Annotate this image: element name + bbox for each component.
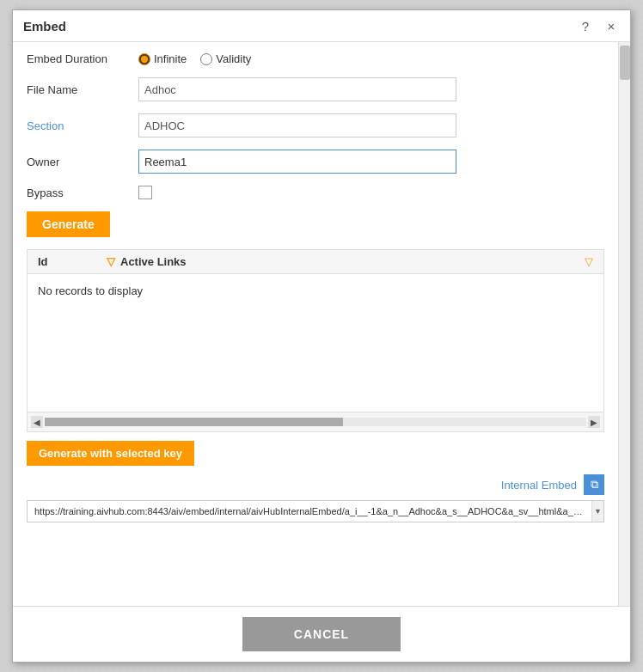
file-name-label: File Name [27, 83, 138, 96]
internal-embed-row: Internal Embed ⧉ [27, 474, 604, 495]
internal-embed-label: Internal Embed [501, 479, 577, 492]
active-links-table: Id ▽ Active Links ▽ No records to displa… [27, 249, 604, 432]
embed-duration-radio-group: Infinite Validity [138, 52, 251, 65]
validity-radio-item[interactable]: Validity [200, 52, 251, 65]
copy-embed-button[interactable]: ⧉ [584, 474, 604, 495]
table-footer: ◀ ▶ [28, 412, 603, 431]
validity-radio-label: Validity [216, 52, 251, 65]
close-icon[interactable]: × [603, 17, 620, 34]
dialog-header: Embed ? × [13, 10, 630, 42]
owner-row: Owner [27, 150, 604, 174]
generate-selected-button[interactable]: Generate with selected key [27, 441, 194, 466]
table-header: Id ▽ Active Links ▽ [28, 250, 603, 274]
validity-radio[interactable] [200, 53, 212, 65]
section-input[interactable] [138, 113, 456, 137]
table-filter-icon-right[interactable]: ▽ [585, 255, 593, 268]
url-scroll[interactable]: ▼ [591, 501, 603, 522]
cancel-button[interactable]: CANCEL [242, 617, 401, 651]
file-name-row: File Name [27, 77, 604, 101]
bypass-checkbox[interactable] [138, 186, 152, 199]
dialog-title: Embed [23, 19, 66, 34]
bypass-row: Bypass [27, 186, 604, 199]
dialog-body: Embed Duration Infinite Validity File Na… [13, 42, 630, 606]
table-body: No records to display [28, 274, 603, 412]
dialog-scrollbar-track[interactable] [618, 42, 630, 606]
bypass-label: Bypass [27, 186, 138, 199]
dialog-footer: CANCEL [13, 606, 630, 662]
scroll-track[interactable] [45, 418, 586, 426]
embed-duration-label: Embed Duration [27, 52, 138, 65]
generate-button[interactable]: Generate [27, 211, 110, 237]
header-icons: ? × [577, 17, 620, 34]
no-records-text: No records to display [38, 284, 143, 297]
section-label: Section [27, 119, 138, 132]
owner-input[interactable] [138, 150, 456, 174]
embed-duration-row: Embed Duration Infinite Validity [27, 52, 604, 65]
infinite-radio[interactable] [138, 53, 150, 65]
col-links-label: Active Links [120, 255, 187, 268]
filter-icon[interactable]: ▽ [107, 255, 115, 268]
scroll-bar [45, 418, 343, 426]
infinite-radio-label: Infinite [154, 52, 187, 65]
scroll-right-button[interactable]: ▶ [588, 416, 600, 428]
col-links-header: ▽ Active Links [107, 255, 585, 268]
section-row: Section [27, 113, 604, 137]
col-id-header: Id [38, 255, 107, 268]
help-icon[interactable]: ? [577, 17, 594, 34]
scroll-left-button[interactable]: ◀ [31, 416, 43, 428]
file-name-input[interactable] [138, 77, 456, 101]
embed-url-text: https://training.aivhub.com:8443/aiv/emb… [28, 501, 591, 522]
url-box: https://training.aivhub.com:8443/aiv/emb… [27, 500, 604, 522]
content-area: Embed Duration Infinite Validity File Na… [13, 42, 618, 606]
embed-dialog: Embed ? × Embed Duration Infinite Validi… [12, 9, 631, 663]
infinite-radio-item[interactable]: Infinite [138, 52, 187, 65]
url-scroll-down-icon[interactable]: ▼ [594, 507, 602, 516]
copy-icon: ⧉ [591, 478, 598, 492]
dialog-scrollbar-thumb[interactable] [620, 46, 630, 80]
owner-label: Owner [27, 156, 138, 168]
